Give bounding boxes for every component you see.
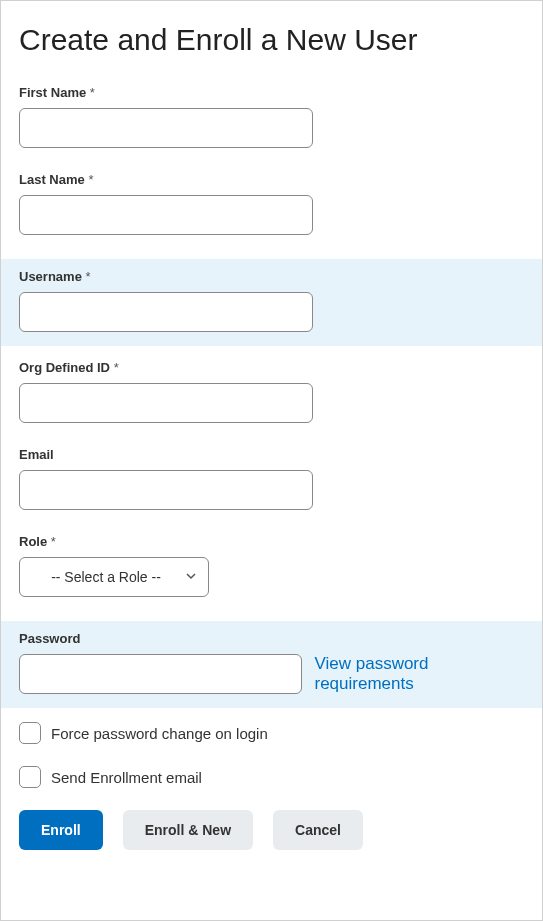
send-enrollment-email-checkbox[interactable] — [19, 766, 41, 788]
password-group: Password View password requirements — [1, 621, 542, 708]
org-defined-id-group: Org Defined ID * — [19, 360, 524, 423]
first-name-label: First Name * — [19, 85, 524, 100]
email-input[interactable] — [19, 470, 313, 510]
force-password-change-checkbox[interactable] — [19, 722, 41, 744]
org-defined-id-input[interactable] — [19, 383, 313, 423]
username-label: Username * — [19, 269, 524, 284]
role-label: Role * — [19, 534, 524, 549]
force-password-change-row: Force password change on login — [19, 722, 524, 744]
username-input[interactable] — [19, 292, 313, 332]
role-group: Role * -- Select a Role -- — [19, 534, 524, 597]
view-password-requirements-link[interactable]: View password requirements — [314, 654, 524, 694]
send-enrollment-email-label[interactable]: Send Enrollment email — [51, 769, 202, 786]
email-group: Email — [19, 447, 524, 510]
force-password-change-label[interactable]: Force password change on login — [51, 725, 268, 742]
cancel-button[interactable]: Cancel — [273, 810, 363, 850]
first-name-input[interactable] — [19, 108, 313, 148]
send-enrollment-email-row: Send Enrollment email — [19, 766, 524, 788]
email-label: Email — [19, 447, 524, 462]
first-name-group: First Name * — [19, 85, 524, 148]
password-input[interactable] — [19, 654, 302, 694]
last-name-input[interactable] — [19, 195, 313, 235]
enroll-button[interactable]: Enroll — [19, 810, 103, 850]
button-row: Enroll Enroll & New Cancel — [19, 810, 524, 850]
last-name-group: Last Name * — [19, 172, 524, 235]
page-title: Create and Enroll a New User — [19, 23, 524, 57]
enroll-and-new-button[interactable]: Enroll & New — [123, 810, 253, 850]
last-name-label: Last Name * — [19, 172, 524, 187]
role-select[interactable]: -- Select a Role -- — [19, 557, 209, 597]
username-group: Username * — [1, 259, 542, 346]
org-defined-id-label: Org Defined ID * — [19, 360, 524, 375]
password-label: Password — [19, 631, 524, 646]
